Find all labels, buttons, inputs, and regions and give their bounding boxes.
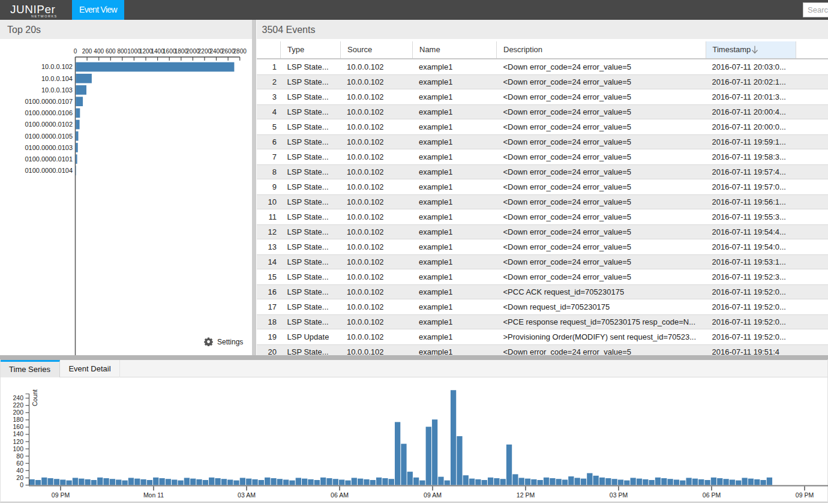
svg-text:0100.0000.0107: 0100.0000.0107 — [25, 98, 73, 105]
svg-text:200: 200 — [82, 48, 92, 55]
svg-text:09 PM: 09 PM — [796, 491, 814, 499]
svg-text:03 PM: 03 PM — [610, 491, 628, 499]
svg-text:100: 100 — [13, 445, 23, 452]
svg-text:Mon 11: Mon 11 — [143, 491, 164, 499]
svg-text:0100.0000.0105: 0100.0000.0105 — [25, 133, 73, 140]
svg-text:800: 800 — [117, 48, 127, 55]
svg-text:400: 400 — [94, 48, 104, 55]
svg-text:10.0.0.103: 10.0.0.103 — [41, 86, 73, 94]
svg-text:20: 20 — [16, 474, 23, 481]
svg-text:140: 140 — [13, 430, 23, 437]
svg-text:240: 240 — [13, 394, 23, 401]
svg-text:80: 80 — [16, 452, 23, 460]
svg-text:160: 160 — [13, 423, 23, 430]
svg-text:0100.0000.0106: 0100.0000.0106 — [25, 109, 73, 116]
svg-text:06 AM: 06 AM — [331, 491, 349, 499]
svg-text:40: 40 — [16, 467, 23, 474]
svg-text:0100.0000.0101: 0100.0000.0101 — [25, 155, 73, 163]
svg-text:10.0.0.104: 10.0.0.104 — [41, 75, 73, 82]
svg-text:09 PM: 09 PM — [52, 491, 70, 499]
svg-text:0100.0000.0102: 0100.0000.0102 — [25, 121, 73, 128]
svg-text:10.0.0.102: 10.0.0.102 — [41, 63, 73, 70]
svg-text:09 AM: 09 AM — [424, 491, 442, 499]
svg-text:60: 60 — [16, 460, 23, 467]
svg-text:06 PM: 06 PM — [703, 491, 721, 499]
svg-text:0100.0000.0104: 0100.0000.0104 — [25, 167, 73, 174]
svg-text:0100.0000.0103: 0100.0000.0103 — [25, 144, 73, 151]
svg-text:120: 120 — [13, 438, 23, 445]
svg-text:2800: 2800 — [233, 48, 247, 55]
svg-text:200: 200 — [13, 409, 23, 416]
svg-text:600: 600 — [106, 48, 116, 55]
svg-text:03 AM: 03 AM — [238, 491, 256, 499]
svg-text:220: 220 — [13, 401, 23, 409]
svg-text:180: 180 — [13, 416, 23, 423]
svg-text:12 PM: 12 PM — [517, 491, 535, 499]
svg-text:0: 0 — [20, 481, 23, 488]
svg-text:Count: Count — [31, 389, 38, 406]
svg-text:0: 0 — [74, 48, 77, 55]
